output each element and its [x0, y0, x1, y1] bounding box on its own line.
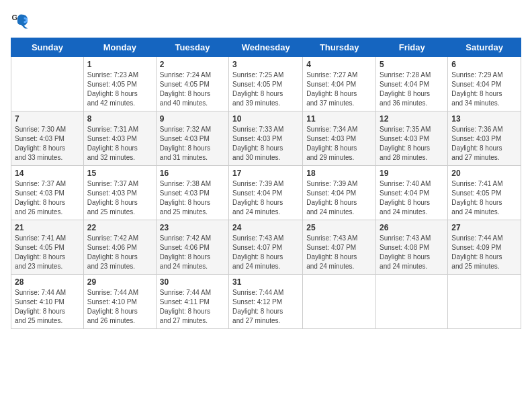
- day-number: 22: [87, 223, 152, 232]
- calendar-body: 1Sunrise: 7:23 AM Sunset: 4:05 PM Daylig…: [11, 57, 521, 329]
- day-info: Sunrise: 7:44 AM Sunset: 4:10 PM Dayligh…: [87, 288, 152, 326]
- calendar-cell: 14Sunrise: 7:37 AM Sunset: 4:03 PM Dayli…: [11, 166, 84, 220]
- calendar-cell: 27Sunrise: 7:44 AM Sunset: 4:09 PM Dayli…: [448, 220, 521, 275]
- day-info: Sunrise: 7:44 AM Sunset: 4:12 PM Dayligh…: [232, 288, 299, 326]
- calendar-cell: 4Sunrise: 7:27 AM Sunset: 4:04 PM Daylig…: [303, 57, 376, 111]
- day-number: 28: [15, 277, 80, 287]
- day-number: 2: [160, 60, 225, 69]
- calendar-cell: 10Sunrise: 7:33 AM Sunset: 4:03 PM Dayli…: [229, 111, 303, 166]
- day-number: 10: [232, 114, 299, 124]
- day-info: Sunrise: 7:24 AM Sunset: 4:05 PM Dayligh…: [160, 71, 225, 108]
- day-info: Sunrise: 7:43 AM Sunset: 4:07 PM Dayligh…: [232, 234, 299, 271]
- calendar-cell: 24Sunrise: 7:43 AM Sunset: 4:07 PM Dayli…: [229, 220, 303, 275]
- logo: G: [11, 11, 31, 30]
- day-number: 25: [306, 223, 372, 232]
- day-info: Sunrise: 7:28 AM Sunset: 4:04 PM Dayligh…: [380, 71, 444, 108]
- day-number: 15: [87, 169, 152, 178]
- day-number: 4: [306, 60, 372, 69]
- calendar-day-header: Sunday: [11, 38, 84, 57]
- day-number: 9: [160, 114, 225, 124]
- day-number: 20: [451, 169, 517, 178]
- day-info: Sunrise: 7:44 AM Sunset: 4:09 PM Dayligh…: [451, 234, 517, 271]
- day-info: Sunrise: 7:42 AM Sunset: 4:06 PM Dayligh…: [87, 234, 152, 271]
- calendar-cell: 29Sunrise: 7:44 AM Sunset: 4:10 PM Dayli…: [83, 275, 156, 329]
- day-number: 29: [87, 277, 152, 287]
- calendar-cell: 17Sunrise: 7:39 AM Sunset: 4:04 PM Dayli…: [229, 166, 303, 220]
- calendar-cell: 16Sunrise: 7:38 AM Sunset: 4:03 PM Dayli…: [156, 166, 228, 220]
- calendar-cell: 19Sunrise: 7:40 AM Sunset: 4:04 PM Dayli…: [376, 166, 448, 220]
- calendar-cell: [11, 57, 84, 111]
- day-number: 3: [232, 60, 299, 69]
- day-number: 14: [15, 169, 80, 178]
- day-number: 19: [380, 169, 444, 178]
- day-info: Sunrise: 7:40 AM Sunset: 4:04 PM Dayligh…: [380, 179, 444, 217]
- calendar-cell: 21Sunrise: 7:41 AM Sunset: 4:05 PM Dayli…: [11, 220, 84, 275]
- calendar-cell: 9Sunrise: 7:32 AM Sunset: 4:03 PM Daylig…: [156, 111, 228, 166]
- calendar: SundayMondayTuesdayWednesdayThursdayFrid…: [11, 38, 521, 329]
- calendar-cell: 25Sunrise: 7:43 AM Sunset: 4:07 PM Dayli…: [303, 220, 376, 275]
- calendar-cell: [303, 275, 376, 329]
- day-number: 5: [380, 60, 444, 69]
- day-info: Sunrise: 7:31 AM Sunset: 4:03 PM Dayligh…: [87, 125, 152, 163]
- calendar-cell: 20Sunrise: 7:41 AM Sunset: 4:05 PM Dayli…: [448, 166, 521, 220]
- calendar-cell: 5Sunrise: 7:28 AM Sunset: 4:04 PM Daylig…: [376, 57, 448, 111]
- day-info: Sunrise: 7:34 AM Sunset: 4:03 PM Dayligh…: [306, 125, 372, 163]
- day-info: Sunrise: 7:43 AM Sunset: 4:08 PM Dayligh…: [380, 234, 444, 271]
- calendar-cell: 6Sunrise: 7:29 AM Sunset: 4:04 PM Daylig…: [448, 57, 521, 111]
- day-info: Sunrise: 7:42 AM Sunset: 4:06 PM Dayligh…: [160, 234, 225, 271]
- day-number: 8: [87, 114, 152, 124]
- day-number: 21: [15, 223, 80, 232]
- day-info: Sunrise: 7:32 AM Sunset: 4:03 PM Dayligh…: [160, 125, 225, 163]
- calendar-cell: 26Sunrise: 7:43 AM Sunset: 4:08 PM Dayli…: [376, 220, 448, 275]
- calendar-cell: 8Sunrise: 7:31 AM Sunset: 4:03 PM Daylig…: [83, 111, 156, 166]
- calendar-cell: 2Sunrise: 7:24 AM Sunset: 4:05 PM Daylig…: [156, 57, 228, 111]
- calendar-cell: 7Sunrise: 7:30 AM Sunset: 4:03 PM Daylig…: [11, 111, 84, 166]
- calendar-day-header: Monday: [83, 38, 156, 57]
- calendar-cell: [376, 275, 448, 329]
- day-info: Sunrise: 7:25 AM Sunset: 4:05 PM Dayligh…: [232, 71, 299, 108]
- day-info: Sunrise: 7:27 AM Sunset: 4:04 PM Dayligh…: [306, 71, 372, 108]
- calendar-cell: 3Sunrise: 7:25 AM Sunset: 4:05 PM Daylig…: [229, 57, 303, 111]
- calendar-week-row: 28Sunrise: 7:44 AM Sunset: 4:10 PM Dayli…: [11, 275, 521, 329]
- calendar-cell: 13Sunrise: 7:36 AM Sunset: 4:03 PM Dayli…: [448, 111, 521, 166]
- page-header: G: [11, 11, 521, 30]
- calendar-day-header: Saturday: [448, 38, 521, 57]
- day-info: Sunrise: 7:39 AM Sunset: 4:04 PM Dayligh…: [232, 179, 299, 217]
- calendar-cell: 12Sunrise: 7:35 AM Sunset: 4:03 PM Dayli…: [376, 111, 448, 166]
- day-number: 6: [451, 60, 517, 69]
- calendar-header-row: SundayMondayTuesdayWednesdayThursdayFrid…: [11, 38, 521, 57]
- day-info: Sunrise: 7:23 AM Sunset: 4:05 PM Dayligh…: [87, 71, 152, 108]
- calendar-week-row: 7Sunrise: 7:30 AM Sunset: 4:03 PM Daylig…: [11, 111, 521, 166]
- day-info: Sunrise: 7:37 AM Sunset: 4:03 PM Dayligh…: [87, 179, 152, 217]
- day-info: Sunrise: 7:30 AM Sunset: 4:03 PM Dayligh…: [15, 125, 80, 163]
- day-number: 24: [232, 223, 299, 232]
- day-info: Sunrise: 7:35 AM Sunset: 4:03 PM Dayligh…: [380, 125, 444, 163]
- day-info: Sunrise: 7:37 AM Sunset: 4:03 PM Dayligh…: [15, 179, 80, 217]
- day-number: 27: [451, 223, 517, 232]
- calendar-cell: 31Sunrise: 7:44 AM Sunset: 4:12 PM Dayli…: [229, 275, 303, 329]
- calendar-day-header: Wednesday: [229, 38, 303, 57]
- calendar-week-row: 21Sunrise: 7:41 AM Sunset: 4:05 PM Dayli…: [11, 220, 521, 275]
- day-number: 18: [306, 169, 372, 178]
- day-info: Sunrise: 7:39 AM Sunset: 4:04 PM Dayligh…: [306, 179, 372, 217]
- calendar-cell: 30Sunrise: 7:44 AM Sunset: 4:11 PM Dayli…: [156, 275, 228, 329]
- day-number: 12: [380, 114, 444, 124]
- calendar-cell: 22Sunrise: 7:42 AM Sunset: 4:06 PM Dayli…: [83, 220, 156, 275]
- day-info: Sunrise: 7:29 AM Sunset: 4:04 PM Dayligh…: [451, 71, 517, 108]
- calendar-day-header: Friday: [376, 38, 448, 57]
- day-info: Sunrise: 7:33 AM Sunset: 4:03 PM Dayligh…: [232, 125, 299, 163]
- calendar-day-header: Thursday: [303, 38, 376, 57]
- day-info: Sunrise: 7:44 AM Sunset: 4:10 PM Dayligh…: [15, 288, 80, 326]
- calendar-cell: 28Sunrise: 7:44 AM Sunset: 4:10 PM Dayli…: [11, 275, 84, 329]
- calendar-cell: [448, 275, 521, 329]
- day-number: 7: [15, 114, 80, 124]
- logo-icon: G: [11, 11, 30, 30]
- day-info: Sunrise: 7:36 AM Sunset: 4:03 PM Dayligh…: [451, 125, 517, 163]
- day-number: 11: [306, 114, 372, 124]
- day-number: 23: [160, 223, 225, 232]
- day-number: 31: [232, 277, 299, 287]
- calendar-cell: 15Sunrise: 7:37 AM Sunset: 4:03 PM Dayli…: [83, 166, 156, 220]
- day-number: 1: [87, 60, 152, 69]
- calendar-cell: 11Sunrise: 7:34 AM Sunset: 4:03 PM Dayli…: [303, 111, 376, 166]
- calendar-week-row: 1Sunrise: 7:23 AM Sunset: 4:05 PM Daylig…: [11, 57, 521, 111]
